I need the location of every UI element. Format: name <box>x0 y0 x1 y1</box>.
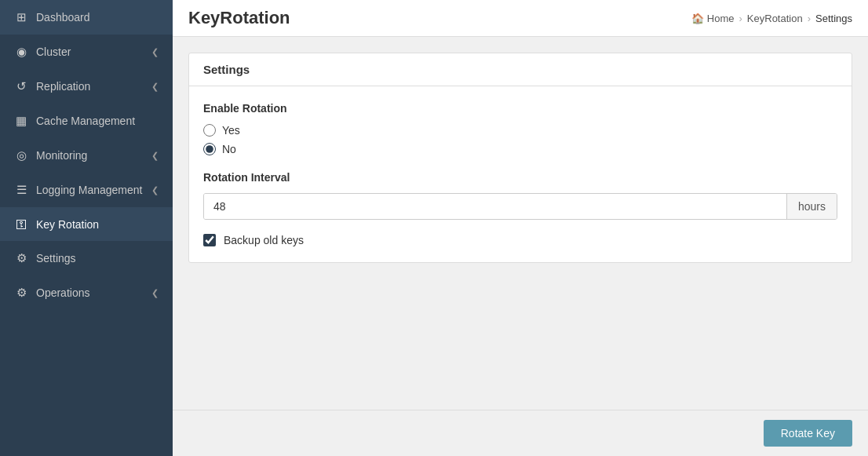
breadcrumb-sep-1: › <box>739 13 742 24</box>
radio-yes-input[interactable] <box>203 124 216 137</box>
key-rotation-icon: ⚿ <box>14 217 28 231</box>
settings-card-header: Settings <box>189 53 852 86</box>
breadcrumb-section[interactable]: KeyRotation <box>747 13 803 24</box>
sidebar-item-cache-management[interactable]: ▦Cache Management <box>0 104 173 138</box>
breadcrumb-home[interactable]: 🏠 Home <box>691 13 734 24</box>
interval-row: hours <box>203 193 837 220</box>
sidebar: ⊞Dashboard◉Cluster❮↺Replication❮▦Cache M… <box>0 0 173 456</box>
cluster-icon: ◉ <box>14 45 28 59</box>
sidebar-item-label-key-rotation: Key Rotation <box>36 218 99 231</box>
sidebar-item-replication[interactable]: ↺Replication❮ <box>0 69 173 104</box>
backup-old-keys-row: Backup old keys <box>203 234 837 246</box>
rotate-key-button[interactable]: Rotate Key <box>764 420 852 447</box>
logging-management-arrow-icon: ❮ <box>151 185 159 195</box>
radio-no-input[interactable] <box>203 143 216 155</box>
sidebar-item-label-replication: Replication <box>36 80 90 93</box>
sidebar-item-label-monitoring: Monitoring <box>36 149 87 162</box>
breadcrumb-current: Settings <box>815 13 852 24</box>
interval-input[interactable] <box>204 194 786 219</box>
actions-bar: Rotate Key <box>173 410 868 456</box>
enable-rotation-radio-group: Yes No <box>203 124 837 155</box>
replication-arrow-icon: ❮ <box>151 82 159 92</box>
content-area: Settings Enable Rotation Yes No Rotation… <box>173 37 868 410</box>
breadcrumb: 🏠 Home › KeyRotation › Settings <box>691 13 852 24</box>
monitoring-arrow-icon: ❮ <box>151 151 159 161</box>
sidebar-item-label-settings: Settings <box>36 252 76 264</box>
radio-no-option[interactable]: No <box>203 143 837 155</box>
breadcrumb-sep-2: › <box>808 13 811 24</box>
cache-management-icon: ▦ <box>14 114 28 128</box>
main-content: KeyRotation 🏠 Home › KeyRotation › Setti… <box>173 0 868 456</box>
page-title: KeyRotation <box>188 8 290 28</box>
cluster-arrow-icon: ❮ <box>151 47 159 57</box>
sidebar-item-label-operations: Operations <box>36 286 89 299</box>
enable-rotation-label: Enable Rotation <box>203 102 837 115</box>
sidebar-item-operations[interactable]: ⚙Operations❮ <box>0 275 173 310</box>
sidebar-item-label-cluster: Cluster <box>36 46 71 58</box>
sidebar-item-monitoring[interactable]: ◎Monitoring❮ <box>0 138 173 173</box>
sidebar-item-settings[interactable]: ⚙Settings <box>0 241 173 275</box>
radio-yes-option[interactable]: Yes <box>203 124 837 137</box>
operations-arrow-icon: ❮ <box>151 288 159 298</box>
logging-management-icon: ☰ <box>14 183 28 197</box>
sidebar-item-cluster[interactable]: ◉Cluster❮ <box>0 35 173 69</box>
operations-icon: ⚙ <box>14 286 28 300</box>
radio-yes-label: Yes <box>222 124 240 137</box>
dashboard-icon: ⊞ <box>14 10 28 24</box>
sidebar-item-key-rotation[interactable]: ⚿Key Rotation <box>0 207 173 241</box>
replication-icon: ↺ <box>14 79 28 93</box>
sidebar-item-label-cache-management: Cache Management <box>36 115 135 127</box>
interval-unit: hours <box>786 194 837 219</box>
settings-card: Settings Enable Rotation Yes No Rotation… <box>188 53 852 263</box>
backup-old-keys-label: Backup old keys <box>224 234 304 246</box>
sidebar-item-label-logging-management: Logging Management <box>36 184 142 196</box>
radio-no-label: No <box>222 143 236 155</box>
monitoring-icon: ◎ <box>14 148 28 162</box>
settings-icon: ⚙ <box>14 251 28 265</box>
rotation-interval-label: Rotation Interval <box>203 171 837 184</box>
sidebar-item-label-dashboard: Dashboard <box>36 11 90 24</box>
topbar: KeyRotation 🏠 Home › KeyRotation › Setti… <box>173 0 868 37</box>
settings-card-body: Enable Rotation Yes No Rotation Interval… <box>189 86 852 262</box>
sidebar-item-dashboard[interactable]: ⊞Dashboard <box>0 0 173 35</box>
backup-old-keys-checkbox[interactable] <box>203 234 216 246</box>
sidebar-item-logging-management[interactable]: ☰Logging Management❮ <box>0 173 173 207</box>
